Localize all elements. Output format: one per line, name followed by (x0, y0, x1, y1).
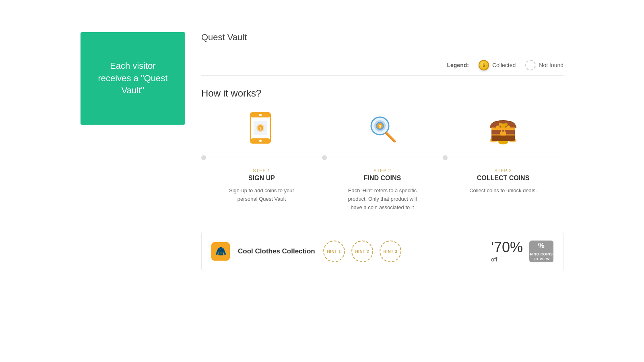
step-3: STEP 3 COLLECT COINS Collect coins to un… (443, 111, 564, 195)
step-3-line (448, 158, 564, 158)
not-found-label: Not found (539, 62, 564, 68)
hint-badge-2[interactable]: HINT 2 (351, 241, 373, 262)
step-3-title: COLLECT COINS (477, 175, 530, 182)
svg-rect-23 (500, 132, 506, 136)
svg-point-3 (259, 114, 262, 116)
page-title: Quest Vault (201, 32, 564, 43)
step-3-desc: Collect coins to unlock deals. (469, 187, 537, 195)
collected-coin-icon: $ (479, 60, 489, 70)
step-1-icon: $ (244, 111, 280, 147)
collection-card: 🧥 Cool Clothes Collection HINT 1 HINT 2 … (201, 232, 564, 271)
svg-point-8 (259, 140, 262, 142)
collected-label: Collected (492, 62, 516, 68)
step-1-number: STEP 1 (253, 168, 270, 173)
find-coins-button[interactable]: % FIND COINS TO VIEW (529, 241, 553, 262)
collection-name: Cool Clothes Collection (238, 247, 315, 255)
svg-point-26 (506, 125, 510, 130)
step-1-title: SIGN UP (248, 175, 275, 182)
svg-text:$: $ (379, 124, 381, 128)
percent-icon: % (538, 241, 545, 251)
legend-not-found: Not found (525, 60, 564, 70)
legend-row: Legend: $ Collected Not found (201, 55, 564, 76)
hint-badge-1[interactable]: HINT 1 (323, 241, 345, 262)
right-panel: Quest Vault Legend: $ Collected Not foun… (201, 32, 564, 271)
step-2-icon: $ (364, 111, 400, 147)
svg-text:$: $ (259, 126, 261, 130)
discount-off: off (491, 256, 523, 263)
legend-label: Legend: (447, 62, 469, 68)
steps-container: $ STEP 1 SIGN UP Sign-up to add coins to… (201, 111, 564, 212)
legend-collected: $ Collected (479, 60, 516, 70)
svg-line-15 (386, 133, 394, 141)
step-1-line-row (201, 155, 322, 160)
step-2: $ STEP 2 FIND COINS Each 'Hint' refers t… (322, 111, 443, 212)
step-2-line (327, 158, 443, 158)
step-2-number: STEP 2 (374, 168, 391, 173)
step-2-title: FIND COINS (364, 175, 401, 182)
step-3-icon (485, 111, 521, 147)
step-3-dot (443, 155, 448, 160)
step-1-line (206, 158, 322, 158)
discount-area: '70% off % FIND COINS TO VIEW (491, 240, 553, 263)
step-3-number: STEP 3 (494, 168, 512, 173)
svg-point-27 (499, 123, 502, 126)
step-1-desc: Sign-up to add coins to your personal Qu… (221, 187, 302, 204)
step-2-line-row (322, 155, 443, 160)
step-1: $ STEP 1 SIGN UP Sign-up to add coins to… (201, 111, 322, 204)
step-3-line-row (443, 155, 564, 160)
left-panel-text: Each visitor receives a "Quest Vault" (93, 60, 173, 97)
svg-point-24 (496, 125, 500, 130)
discount-block: '70% off (491, 240, 523, 263)
step-2-dot (322, 155, 327, 160)
collection-icon: 🧥 (211, 242, 230, 261)
hints-row: HINT 1 HINT 2 HINT 3 (323, 241, 483, 262)
discount-value: '70% (491, 240, 523, 255)
svg-point-28 (504, 123, 508, 126)
left-panel: Each visitor receives a "Quest Vault" (80, 32, 185, 125)
how-it-works-title: How it works? (201, 88, 564, 99)
step-1-dot (201, 155, 206, 160)
find-coins-label: FIND COINS TO VIEW (529, 252, 553, 261)
hint-badge-3[interactable]: HINT 3 (380, 241, 401, 262)
step-2-desc: Each 'Hint' refers to a specific product… (342, 187, 423, 212)
not-found-coin-icon (525, 60, 536, 70)
